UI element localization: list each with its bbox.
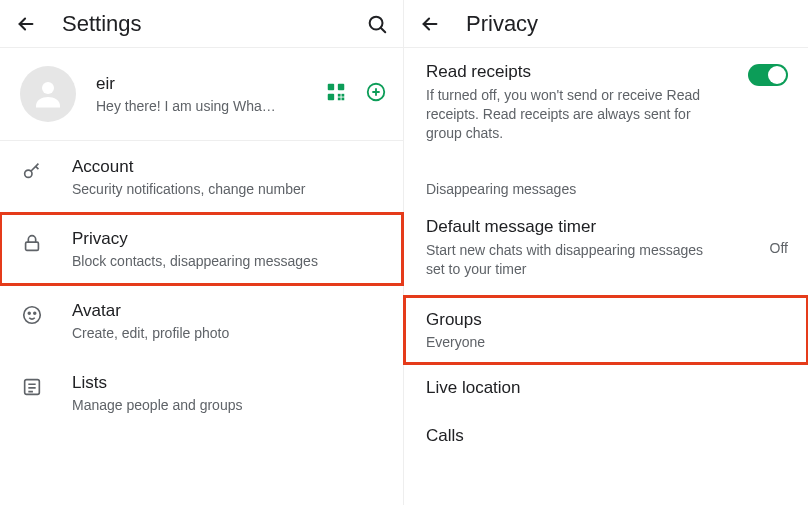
privacy-appbar: Privacy	[404, 0, 808, 48]
add-icon[interactable]	[365, 81, 387, 107]
item-subtitle: Manage people and groups	[72, 397, 387, 413]
svg-point-12	[24, 307, 41, 324]
privacy-pane: Privacy Read receipts If turned off, you…	[404, 0, 808, 505]
item-subtitle: Create, edit, profile photo	[72, 325, 387, 341]
svg-rect-3	[338, 84, 344, 90]
row-title: Default message timer	[426, 217, 756, 237]
svg-rect-11	[26, 242, 39, 250]
row-title: Read receipts	[426, 62, 734, 82]
svg-point-10	[25, 170, 32, 177]
item-title: Avatar	[72, 301, 387, 321]
item-title: Account	[72, 157, 387, 177]
lock-icon	[20, 231, 44, 255]
avatar	[20, 66, 76, 122]
read-receipts-row[interactable]: Read receipts If turned off, you won't s…	[404, 48, 808, 155]
item-title: Lists	[72, 373, 387, 393]
profile-text: eir Hey there! I am using What...	[96, 74, 305, 114]
svg-rect-6	[342, 94, 345, 97]
settings-pane: Settings eir Hey there! I am using What.…	[0, 0, 404, 505]
qr-icon[interactable]	[325, 81, 347, 107]
svg-point-1	[42, 82, 54, 94]
settings-appbar: Settings	[0, 0, 403, 48]
profile-actions	[325, 81, 387, 107]
svg-rect-4	[328, 94, 334, 100]
profile-status: Hey there! I am using What...	[96, 98, 276, 114]
svg-rect-2	[328, 84, 334, 90]
svg-point-14	[34, 312, 36, 314]
key-icon	[20, 159, 44, 183]
search-icon[interactable]	[365, 12, 389, 36]
settings-item-avatar[interactable]: Avatar Create, edit, profile photo	[0, 285, 403, 357]
row-subtitle: Everyone	[426, 334, 788, 350]
privacy-row-calls[interactable]: Calls	[404, 412, 808, 460]
list-icon	[20, 375, 44, 399]
svg-rect-8	[342, 98, 345, 101]
read-receipts-toggle[interactable]	[748, 64, 788, 86]
back-arrow-icon[interactable]	[14, 12, 38, 36]
row-title: Live location	[426, 378, 788, 398]
item-title: Privacy	[72, 229, 387, 249]
back-arrow-icon[interactable]	[418, 12, 442, 36]
settings-item-privacy[interactable]: Privacy Block contacts, disappearing mes…	[0, 213, 403, 285]
row-title: Groups	[426, 310, 788, 330]
timer-value: Off	[770, 240, 788, 256]
settings-item-account[interactable]: Account Security notifications, change n…	[0, 141, 403, 213]
row-title: Calls	[426, 426, 788, 446]
profile-row[interactable]: eir Hey there! I am using What...	[0, 48, 403, 141]
privacy-title: Privacy	[466, 11, 794, 37]
disappearing-section-header: Disappearing messages	[404, 155, 808, 203]
svg-point-13	[28, 312, 30, 314]
privacy-row-groups[interactable]: Groups Everyone	[404, 296, 808, 364]
svg-rect-5	[338, 94, 341, 97]
svg-rect-7	[338, 98, 341, 101]
settings-title: Settings	[62, 11, 341, 37]
face-icon	[20, 303, 44, 327]
profile-name: eir	[96, 74, 305, 94]
privacy-row-live-location[interactable]: Live location	[404, 364, 808, 412]
row-description: If turned off, you won't send or receive…	[426, 86, 716, 143]
settings-item-lists[interactable]: Lists Manage people and groups	[0, 357, 403, 429]
item-subtitle: Block contacts, disappearing messages	[72, 253, 387, 269]
row-description: Start new chats with disappearing messag…	[426, 241, 716, 279]
item-subtitle: Security notifications, change number	[72, 181, 387, 197]
default-timer-row[interactable]: Default message timer Start new chats wi…	[404, 203, 808, 291]
